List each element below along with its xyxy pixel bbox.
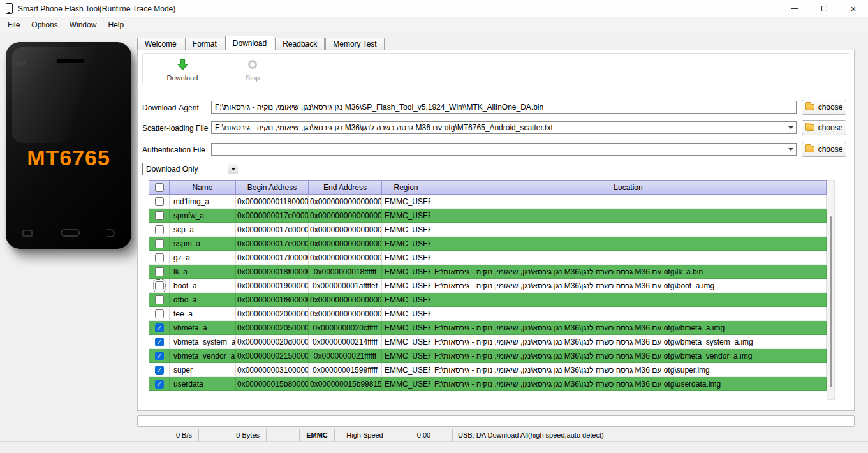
location[interactable] <box>430 237 827 251</box>
scatter-file-combobox[interactable]: F:\נגן גירסא\נגן, שיאומי, נוקיה - גירסאו… <box>211 121 797 134</box>
region: EMMC_USER <box>382 237 430 251</box>
row-checkbox-dtbo_a[interactable] <box>155 295 164 304</box>
table-scrollbar[interactable] <box>827 180 835 400</box>
table-row: boot_a0x00000000190000000x000000001affff… <box>149 279 827 293</box>
partition-name: userdata <box>170 377 236 391</box>
app-phone-icon <box>6 3 13 14</box>
header-location[interactable]: Location <box>430 181 827 195</box>
row-checkbox-scp_a[interactable] <box>155 225 164 234</box>
auth-file-combobox[interactable] <box>211 143 797 156</box>
location[interactable] <box>430 293 827 307</box>
location[interactable]: F:\נגן גירסא\נגן, שיאומי, נוקיה - גירסאו… <box>430 377 827 391</box>
end-address: 0x0000000000000000 <box>309 223 382 237</box>
end-address: 0x0000000018ffffff <box>309 265 382 279</box>
chevron-down-icon[interactable] <box>786 144 795 154</box>
header-begin-address[interactable]: Begin Address <box>236 181 309 195</box>
begin-address: 0x0000000017e00000 <box>236 237 309 251</box>
tab-download[interactable]: Download <box>225 36 274 50</box>
location[interactable]: F:\נגן גירסא\נגן, שיאומי, נוקיה - גירסאו… <box>430 335 827 349</box>
download-button[interactable]: Download <box>159 57 205 82</box>
location[interactable]: F:\נגן גירסא\נגן, שיאומי, נוקיה - גירסאו… <box>430 321 827 335</box>
menu-options[interactable]: Options <box>26 19 63 31</box>
download-toolbar: Download Stop <box>142 53 850 84</box>
end-address: 0x0000000000000000 <box>309 251 382 265</box>
download-mode-value: Download Only <box>146 163 226 175</box>
header-name[interactable]: Name <box>170 181 236 195</box>
row-checkbox-vbmeta_system_a[interactable]: ✓ <box>155 338 164 346</box>
maximize-button[interactable] <box>809 0 839 17</box>
row-checkbox-boot_a[interactable] <box>155 281 164 290</box>
row-checkbox-cell <box>149 279 170 293</box>
region: EMMC_USER <box>382 279 430 293</box>
region: EMMC_USER <box>382 377 430 391</box>
minimize-button[interactable] <box>780 0 809 17</box>
header-end-address[interactable]: End Address <box>309 181 382 195</box>
partition-name: dtbo_a <box>170 293 236 307</box>
row-checkbox-gz_a[interactable] <box>155 253 164 262</box>
stop-button[interactable]: Stop <box>230 57 276 82</box>
location[interactable]: F:\נגן גירסא\נגן, שיאומי, נוקיה - גירסאו… <box>430 349 827 363</box>
folder-icon <box>805 124 814 131</box>
row-checkbox-cell: ✓ <box>149 321 170 335</box>
menu-window[interactable]: Window <box>64 19 103 31</box>
location[interactable]: F:\נגן גירסא\נגן, שיאומי, נוקיה - גירסאו… <box>430 265 827 279</box>
table-row: ✓vbmeta_vendor_a0x00000000215000000x0000… <box>149 349 827 363</box>
window-title: Smart Phone Flash Tool(Runtime Trace Mod… <box>18 4 175 13</box>
scrollbar-thumb[interactable] <box>830 216 832 387</box>
end-address: 0x0000000000000000 <box>309 237 382 251</box>
tab-readback[interactable]: Readback <box>275 38 325 50</box>
location[interactable] <box>430 223 827 237</box>
menu-file[interactable]: File <box>2 19 26 31</box>
row-checkbox-md1img_a[interactable] <box>155 197 164 206</box>
row-checkbox-vbmeta_vendor_a[interactable]: ✓ <box>155 352 164 360</box>
location[interactable] <box>430 209 827 223</box>
location[interactable] <box>430 251 827 265</box>
end-address: 0x000000001affffef <box>309 279 382 293</box>
row-checkbox-super[interactable]: ✓ <box>155 366 164 375</box>
status-speed: 0 B/s <box>0 429 199 441</box>
tab-welcome[interactable]: Welcome <box>137 38 184 50</box>
tab-format[interactable]: Format <box>185 38 224 50</box>
table-row: lk_a0x0000000018f000000x0000000018ffffff… <box>149 265 827 279</box>
row-checkbox-tee_a[interactable] <box>155 309 164 318</box>
tab-memory-test[interactable]: Memory Test <box>325 38 384 50</box>
location[interactable]: F:\נגן גירסא\נגן, שיאומי, נוקיה - גירסאו… <box>430 363 827 377</box>
location[interactable] <box>430 195 827 209</box>
select-all-checkbox[interactable] <box>155 183 164 192</box>
status-empty <box>267 429 300 441</box>
row-checkbox-spmfw_a[interactable] <box>155 211 164 220</box>
location[interactable] <box>430 307 827 321</box>
partition-name: super <box>170 363 236 377</box>
maximize-icon <box>821 6 827 11</box>
choose-auth-button[interactable]: choose <box>802 142 846 157</box>
download-agent-input[interactable] <box>211 101 797 114</box>
chevron-down-icon[interactable] <box>786 123 795 133</box>
partition-table-body: md1img_a0x00000000118000000x000000000000… <box>149 195 827 391</box>
row-checkbox-cell <box>149 223 170 237</box>
choose-scatter-button[interactable]: choose <box>802 120 846 135</box>
row-checkbox-cell: ✓ <box>149 349 170 363</box>
status-time: 0:00 <box>395 429 453 441</box>
row-checkbox-lk_a[interactable] <box>155 267 164 276</box>
menu-help[interactable]: Help <box>102 19 129 31</box>
end-address: 0x0000000000000000 <box>309 307 382 321</box>
table-row: dtbo_a0x000000001f8000000x00000000000000… <box>149 293 827 307</box>
row-checkbox-userdata[interactable]: ✓ <box>155 380 164 389</box>
location[interactable]: F:\נגן גירסא\נגן, שיאומי, נוקיה - גירסאו… <box>430 279 827 293</box>
begin-address: 0x0000000018f00000 <box>236 265 309 279</box>
row-checkbox-vbmeta_a[interactable]: ✓ <box>155 323 164 332</box>
select-all-header <box>149 181 170 195</box>
header-region[interactable]: Region <box>382 181 430 195</box>
row-checkbox-cell <box>149 209 170 223</box>
close-button[interactable]: × <box>839 0 868 17</box>
table-row: ✓vbmeta_a0x00000000205000000x0000000020c… <box>149 321 827 335</box>
row-checkbox-sspm_a[interactable] <box>155 239 164 248</box>
chevron-down-icon[interactable] <box>228 164 238 174</box>
partition-name: vbmeta_a <box>170 321 236 335</box>
download-mode-combobox[interactable]: Download Only <box>142 163 239 175</box>
partition-name: sspm_a <box>170 237 236 251</box>
auth-file-value <box>215 144 783 155</box>
begin-address: 0x0000000020500000 <box>236 321 309 335</box>
row-checkbox-cell <box>149 307 170 321</box>
choose-download-agent-button[interactable]: choose <box>802 100 846 115</box>
